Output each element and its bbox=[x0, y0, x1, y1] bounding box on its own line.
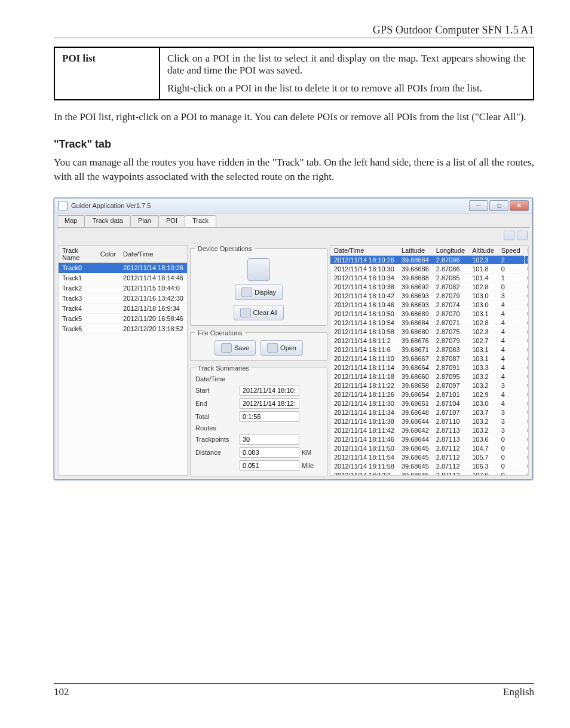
tab-poi[interactable]: POI bbox=[158, 215, 185, 227]
tab-map[interactable]: Map bbox=[57, 215, 85, 227]
display-button[interactable]: Display bbox=[235, 285, 283, 300]
waypoint-row[interactable]: 2012/11/14 18:11:5839.686452.87112106.30… bbox=[330, 461, 528, 470]
distance-km-field bbox=[240, 447, 299, 458]
minimize-icon[interactable]: — bbox=[469, 200, 488, 211]
waypoint-cell-lon: 2.87082 bbox=[433, 282, 468, 291]
track-list-header[interactable]: Track Name bbox=[59, 246, 97, 263]
waypoint-row[interactable]: 2012/11/14 18:11:3039.686512.87104103.04… bbox=[330, 399, 528, 408]
tab-track[interactable]: Track bbox=[185, 215, 216, 227]
waypoint-cell-lat: 39.68684 bbox=[398, 318, 433, 327]
waypoint-row[interactable]: 2012/11/14 18:11:239.686762.87079102.740 bbox=[330, 336, 528, 345]
waypoint-cell-lon: 2.87079 bbox=[433, 291, 468, 300]
tab-plan[interactable]: Plan bbox=[130, 215, 159, 227]
waypoint-row[interactable]: 2012/11/14 18:11:4639.686442.87113103.60… bbox=[330, 435, 528, 443]
waypoints-table: Date/TimeLatitudeLongitudeAltitudeSpeedH… bbox=[330, 246, 528, 475]
waypoint-cell-spd: 4 bbox=[498, 318, 524, 327]
waypoint-cell-lat: 39.68686 bbox=[398, 264, 433, 273]
waypoint-cell-dt: 2012/11/14 18:11:6 bbox=[330, 345, 398, 354]
waypoint-cell-spd: 4 bbox=[498, 300, 524, 309]
track-cell-name: Track5 bbox=[59, 313, 97, 323]
waypoints-header[interactable]: Latitude bbox=[398, 246, 433, 256]
waypoint-row[interactable]: 2012/11/14 18:11:1839.686602.87095103.24… bbox=[330, 372, 528, 381]
waypoint-cell-hrm: 0 bbox=[524, 390, 528, 399]
waypoint-cell-hrm: 0 bbox=[524, 264, 528, 273]
track-list-header[interactable]: Date/Time bbox=[119, 246, 187, 263]
waypoints-panel[interactable]: Date/TimeLatitudeLongitudeAltitudeSpeedH… bbox=[330, 245, 529, 476]
waypoints-header[interactable]: Speed bbox=[498, 246, 524, 256]
waypoint-row[interactable]: 2012/11/14 18:10:3439.686882.87085101.41… bbox=[330, 273, 528, 282]
waypoint-row[interactable]: 2012/11/14 18:11:3439.686482.87107103.73… bbox=[330, 408, 528, 417]
waypoint-row[interactable]: 2012/11/14 18:11:5039.686452.87112104.70… bbox=[330, 443, 528, 452]
track-cell-name: Track4 bbox=[59, 303, 97, 313]
waypoint-cell-dt: 2012/11/14 18:11:22 bbox=[330, 381, 398, 390]
track-row[interactable]: Track02012/11/14 18:10:26 bbox=[59, 262, 187, 273]
track-cell-dt: 2012/11/14 18:14:46 bbox=[119, 273, 187, 283]
track-row[interactable]: Track52012/11/20 16:58:46 bbox=[59, 313, 187, 323]
waypoint-cell-lat: 39.68648 bbox=[398, 408, 433, 417]
track-row[interactable]: Track62012/12/20 13:18:52 bbox=[59, 323, 187, 334]
waypoint-row[interactable]: 2012/11/14 18:11:1439.686642.87091103.34… bbox=[330, 363, 528, 372]
waypoint-row[interactable]: 2012/11/14 18:11:1039.686672.87087103.14… bbox=[330, 354, 528, 363]
waypoint-row[interactable]: 2012/11/14 18:11:639.686712.87083103.140 bbox=[330, 345, 528, 354]
tool-icon-2[interactable] bbox=[517, 231, 528, 240]
track-row[interactable]: Track32012/11/16 13:42:30 bbox=[59, 293, 187, 303]
track-row[interactable]: Track22012/11/15 10:44:0 bbox=[59, 283, 187, 293]
track-cell-dt: 2012/11/14 18:10:26 bbox=[119, 262, 187, 273]
save-button[interactable]: Save bbox=[214, 340, 256, 356]
waypoint-row[interactable]: 2012/11/14 18:10:4239.686932.87079103.03… bbox=[330, 291, 528, 300]
clear-all-icon bbox=[240, 308, 251, 317]
clear-all-button[interactable]: Clear All bbox=[234, 305, 284, 320]
track-tab-intro: You can manage all the routes you have r… bbox=[54, 155, 534, 185]
waypoint-row[interactable]: 2012/11/14 18:10:5439.686842.87071102.84… bbox=[330, 318, 528, 327]
waypoint-cell-lat: 39.68644 bbox=[398, 435, 433, 443]
track-list-panel[interactable]: Track NameColorDate/Time Track02012/11/1… bbox=[58, 245, 188, 476]
track-cell-color bbox=[97, 273, 119, 283]
waypoint-row[interactable]: 2012/11/14 18:10:3839.686922.87082102.80… bbox=[330, 282, 528, 291]
waypoint-cell-alt: 103.7 bbox=[468, 408, 498, 417]
open-button[interactable]: Open bbox=[261, 340, 303, 356]
window-buttons: — ◻ ✕ bbox=[469, 200, 529, 211]
waypoint-row[interactable]: 2012/11/14 18:11:3839.686442.87110103.23… bbox=[330, 417, 528, 426]
waypoint-row[interactable]: 2012/11/14 18:11:2639.686542.87101102.94… bbox=[330, 390, 528, 399]
file-ops-legend: File Operations bbox=[195, 329, 245, 337]
waypoint-row[interactable]: 2012/11/14 18:10:5839.686802.87075102.34… bbox=[330, 327, 528, 336]
waypoint-cell-dt: 2012/11/14 18:11:2 bbox=[330, 336, 398, 345]
track-row[interactable]: Track42012/11/18 16:9:34 bbox=[59, 303, 187, 313]
waypoint-row[interactable]: 2012/11/14 18:10:3039.686862.87086101.80… bbox=[330, 264, 528, 273]
track-cell-color bbox=[97, 323, 119, 334]
maximize-icon[interactable]: ◻ bbox=[489, 200, 508, 211]
waypoint-row[interactable]: 2012/11/14 18:10:2639.686842.87096102.32… bbox=[330, 255, 528, 264]
track-cell-dt: 2012/11/15 10:44:0 bbox=[119, 283, 187, 293]
track-cell-name: Track0 bbox=[59, 262, 97, 273]
waypoints-header[interactable]: Date/Time bbox=[330, 246, 398, 256]
waypoint-cell-hrm: 0 bbox=[524, 336, 528, 345]
waypoints-header[interactable]: Altitude bbox=[468, 246, 498, 256]
tab-track-data[interactable]: Track data bbox=[84, 215, 131, 227]
waypoint-row[interactable]: 2012/11/14 18:10:4639.686932.87074103.04… bbox=[330, 300, 528, 309]
waypoint-cell-lat: 39.68642 bbox=[398, 426, 433, 435]
waypoint-cell-dt: 2012/11/14 18:10:38 bbox=[330, 282, 398, 291]
waypoint-cell-hrm: 0 bbox=[524, 417, 528, 426]
waypoint-cell-lat: 39.68664 bbox=[398, 363, 433, 372]
waypoint-cell-lon: 2.87104 bbox=[433, 399, 468, 408]
summaries-legend: Track Summaries bbox=[195, 365, 252, 372]
waypoint-row[interactable]: 2012/11/14 18:11:2239.686582.87097103.23… bbox=[330, 381, 528, 390]
waypoint-cell-alt: 103.2 bbox=[468, 372, 498, 381]
waypoint-row[interactable]: 2012/11/14 18:10:5039.686892.87070103.14… bbox=[330, 309, 528, 318]
start-field bbox=[240, 385, 299, 396]
tool-icon-1[interactable] bbox=[504, 231, 514, 240]
waypoints-header[interactable]: HRM bbox=[524, 246, 528, 256]
waypoints-header[interactable]: Longitude bbox=[433, 246, 468, 256]
waypoint-row[interactable]: 2012/11/14 18:11:4239.686422.87113103.23… bbox=[330, 426, 528, 435]
track-row[interactable]: Track12012/11/14 18:14:46 bbox=[59, 273, 187, 283]
close-icon[interactable]: ✕ bbox=[510, 200, 529, 211]
waypoint-cell-lon: 2.87074 bbox=[433, 300, 468, 309]
track-list-header[interactable]: Color bbox=[97, 246, 119, 263]
waypoint-cell-alt: 103.2 bbox=[468, 426, 498, 435]
waypoint-row[interactable]: 2012/11/14 18:11:5439.686452.87112105.70… bbox=[330, 452, 528, 461]
waypoint-row[interactable]: 2012/11/14 18:12:239.686452.87112107.000 bbox=[330, 470, 528, 475]
waypoint-cell-spd: 3 bbox=[498, 408, 524, 417]
waypoint-cell-lat: 39.68645 bbox=[398, 461, 433, 470]
display-icon bbox=[241, 287, 252, 297]
waypoint-cell-spd: 0 bbox=[498, 461, 524, 470]
